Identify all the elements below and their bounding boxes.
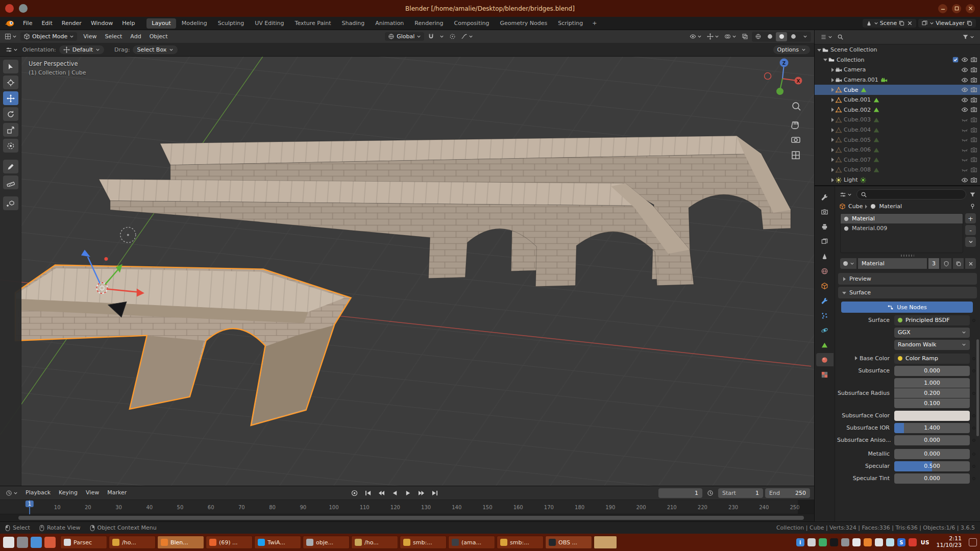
workspace-tab[interactable]: UV Editing	[250, 18, 289, 29]
subsurface-aniso-slider[interactable]: 0.000	[894, 435, 970, 445]
proportional-edit-toggle[interactable]	[448, 32, 457, 41]
axis-x-negative-ball[interactable]	[765, 73, 771, 80]
tool-button[interactable]	[3, 60, 18, 73]
hide-in-viewport-icon[interactable]	[961, 146, 968, 154]
transform-orientation-dropdown[interactable]: Global	[385, 32, 424, 41]
menu-item[interactable]: Help	[117, 17, 139, 30]
snap-toggle[interactable]	[426, 32, 436, 41]
disclosure-icon[interactable]	[823, 57, 828, 62]
taskbar-clock[interactable]: 2:11 11/10/23	[937, 536, 962, 548]
copy-material-button[interactable]	[953, 258, 964, 269]
disclosure-icon[interactable]	[817, 47, 822, 53]
workspace-tab[interactable]: Compositing	[449, 18, 495, 29]
scene-render[interactable]: Z X	[0, 57, 814, 486]
xray-toggle[interactable]	[740, 32, 750, 41]
subsurface-ior-slider[interactable]: 1.400	[894, 423, 970, 433]
mode-dropdown[interactable]: Object Mode	[20, 32, 77, 41]
tool-button[interactable]	[3, 76, 18, 89]
play-button[interactable]	[402, 488, 414, 498]
shading-material-button[interactable]	[776, 32, 787, 41]
outliner-row[interactable]: Cube.003	[815, 115, 980, 125]
properties-tab[interactable]	[816, 249, 834, 263]
properties-search-input[interactable]	[856, 189, 966, 199]
exclude-checkbox-icon[interactable]	[952, 166, 959, 173]
unlink-material-button[interactable]	[965, 258, 976, 269]
outliner-row[interactable]: Cube.008	[815, 165, 980, 175]
hide-in-viewport-icon[interactable]	[961, 46, 968, 54]
tray-icon[interactable]	[807, 538, 816, 546]
workspace-tab[interactable]: Animation	[370, 18, 409, 29]
hide-in-viewport-icon[interactable]	[961, 136, 968, 143]
proportional-falloff-dropdown[interactable]	[459, 32, 475, 41]
disable-in-render-icon[interactable]	[970, 127, 977, 134]
disable-in-render-icon[interactable]	[970, 156, 977, 163]
timeline-ruler[interactable]: 1020304050607080901001101201301401501601…	[0, 500, 814, 514]
outliner-row[interactable]: Cube	[815, 85, 980, 95]
launcher-icon[interactable]	[3, 537, 14, 548]
surface-panel-header[interactable]: Surface	[838, 287, 977, 298]
exclude-checkbox-icon[interactable]	[952, 127, 959, 134]
timeline-menu-item[interactable]: Marker	[103, 487, 131, 499]
viewport-menu-item[interactable]: Select	[101, 31, 126, 43]
shading-wireframe-button[interactable]	[752, 32, 764, 41]
outliner-row[interactable]: Cube.001	[815, 95, 980, 105]
properties-tab[interactable]	[816, 220, 834, 233]
exclude-checkbox-icon[interactable]	[952, 77, 959, 84]
hide-in-viewport-icon[interactable]	[961, 66, 968, 73]
tool-button[interactable]	[3, 91, 18, 105]
properties-tab[interactable]	[816, 294, 834, 307]
disable-in-render-icon[interactable]	[970, 166, 977, 173]
auto-keying-toggle[interactable]	[349, 488, 360, 498]
disable-in-render-icon[interactable]	[970, 116, 977, 123]
tool-button[interactable]	[3, 196, 18, 210]
surface-shader-dropdown[interactable]: Principled BSDF	[894, 315, 970, 325]
tool-button[interactable]	[3, 160, 18, 173]
taskbar-window-button[interactable]: Parsec	[60, 536, 107, 549]
exclude-checkbox-icon[interactable]	[952, 66, 959, 73]
outliner-row[interactable]: Cube.007	[815, 155, 980, 165]
disable-in-render-icon[interactable]	[970, 106, 977, 113]
keyboard-layout[interactable]: US	[921, 539, 929, 546]
tray-icon[interactable]: i	[796, 538, 804, 546]
close-button[interactable]	[966, 4, 975, 13]
viewport-menu-item[interactable]: Add	[126, 31, 145, 43]
sss-method-dropdown[interactable]: Random Walk	[894, 340, 970, 350]
subsurface-color-swatch[interactable]	[894, 411, 970, 421]
object-visibility-dropdown[interactable]	[688, 32, 703, 41]
properties-tab[interactable]	[816, 190, 834, 204]
material-name-field[interactable]: Material	[858, 258, 927, 269]
distribution-dropdown[interactable]: GGX	[894, 328, 970, 338]
properties-tab[interactable]	[816, 205, 834, 218]
tool-button[interactable]	[3, 139, 18, 153]
disclosure-icon[interactable]	[830, 87, 835, 92]
subsurface-slider[interactable]: 0.000	[894, 366, 970, 376]
snap-settings-dropdown[interactable]	[438, 33, 446, 40]
taskbar-window-button[interactable]: /ho...	[351, 536, 398, 549]
add-slot-button[interactable]: +	[965, 213, 976, 223]
disclosure-icon[interactable]	[830, 107, 835, 112]
disclosure-icon[interactable]	[830, 178, 835, 183]
current-frame-field[interactable]: 1	[658, 488, 702, 498]
browse-material-button[interactable]	[840, 258, 856, 269]
workspace-tab[interactable]: Sculpting	[213, 18, 249, 29]
workspace-tab[interactable]: Texture Paint	[290, 18, 336, 29]
hide-in-viewport-icon[interactable]	[961, 106, 968, 113]
breadcrumb-object[interactable]: Cube	[848, 203, 863, 210]
taskbar-window-button[interactable]: (ama...	[448, 536, 495, 549]
slot-specials-button[interactable]	[965, 237, 976, 247]
disable-in-render-icon[interactable]	[970, 77, 977, 84]
disable-in-render-icon[interactable]	[970, 177, 977, 184]
timeline-editor-type-button[interactable]	[4, 489, 19, 497]
timeline-menu-item[interactable]: View	[82, 487, 103, 499]
timeline-menu-item[interactable]: Playback	[21, 487, 55, 499]
outliner-row[interactable]: Collection	[815, 55, 980, 65]
viewlayer-selector[interactable]: ViewLayer	[918, 19, 976, 28]
breadcrumb-data[interactable]: Material	[879, 203, 902, 210]
workspace-tab[interactable]: Scripting	[553, 18, 588, 29]
taskbar-window-button[interactable]: OBS ...	[545, 536, 592, 549]
preview-panel-header[interactable]: Preview	[838, 273, 977, 285]
taskbar-window-button[interactable]: TwiA...	[254, 536, 301, 549]
previous-keyframe-button[interactable]	[376, 488, 387, 498]
exclude-checkbox-icon[interactable]	[952, 46, 959, 54]
workspace-switcher-icon[interactable]	[19, 4, 28, 13]
